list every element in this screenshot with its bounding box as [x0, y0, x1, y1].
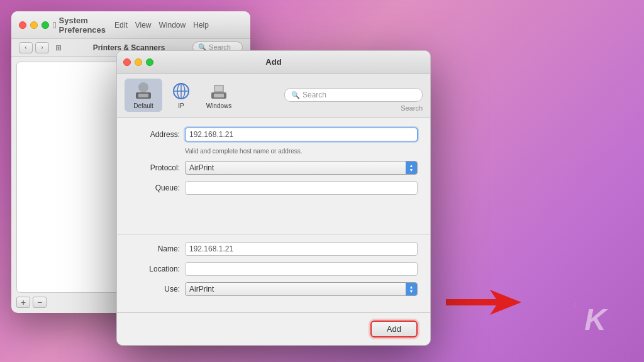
dialog-traffic-lights [123, 58, 153, 66]
name-input[interactable] [185, 242, 418, 256]
svg-point-1 [138, 82, 148, 92]
apple-icon:  [53, 19, 56, 30]
protocol-select-arrows: ▲ ▼ [406, 162, 417, 174]
svg-rect-3 [138, 94, 148, 97]
watermark-dots: ·: [572, 302, 576, 309]
grid-icon[interactable]: ⊞ [52, 42, 65, 53]
form-spacer [130, 201, 418, 226]
watermark-letter: K [584, 302, 606, 337]
sys-pref-titlebar:  System Preferences Edit View Window He… [11, 11, 250, 39]
traffic-lights-group [19, 21, 49, 29]
use-select-arrows: ▲ ▼ [406, 283, 417, 295]
use-up-arrow-icon: ▲ [409, 285, 414, 289]
ip-label: IP [178, 102, 184, 109]
maximize-button[interactable] [42, 21, 49, 29]
use-value: AirPrint [189, 285, 214, 293]
add-button[interactable]: Add [370, 321, 418, 337]
down-arrow-icon: ▼ [409, 168, 414, 172]
dialog-search-input[interactable]: 🔍 Search [284, 88, 423, 102]
toolbar-default[interactable]: Default [125, 79, 162, 112]
protocol-select[interactable]: AirPrint ▲ ▼ [185, 161, 418, 175]
app-title: System Preferences [59, 16, 106, 35]
up-arrow-icon: ▲ [409, 163, 414, 168]
queue-input[interactable] [185, 181, 418, 195]
svg-marker-0 [446, 290, 521, 315]
windows-label: Windows [206, 102, 232, 109]
dialog-search-area: 🔍 Search Search [238, 88, 423, 112]
use-select[interactable]: AirPrint ▲ ▼ [185, 282, 418, 296]
protocol-value: AirPrint [189, 163, 214, 172]
location-input[interactable] [185, 262, 418, 276]
protocol-row: Protocol: AirPrint ▲ ▼ [130, 161, 418, 175]
back-button[interactable]: ‹ [19, 42, 33, 53]
name-row: Name: [130, 242, 418, 256]
window-title-area:  System Preferences Edit View Window He… [53, 16, 209, 35]
red-arrow [446, 287, 521, 318]
minimize-button[interactable] [30, 21, 38, 29]
use-row: Use: AirPrint ▲ ▼ [130, 282, 418, 296]
close-button[interactable] [19, 21, 26, 29]
menu-view[interactable]: View [135, 21, 152, 30]
search-icon: 🔍 [291, 91, 300, 99]
use-down-arrow-icon: ▼ [409, 289, 414, 293]
dialog-maximize-button[interactable] [146, 58, 153, 66]
windows-printer-icon [209, 81, 229, 101]
menu-help[interactable]: Help [193, 21, 209, 30]
remove-printer-button[interactable]: − [33, 297, 47, 308]
search-placeholder: Search [303, 90, 326, 99]
queue-row: Queue: [130, 181, 418, 195]
dialog-minimize-button[interactable] [135, 58, 142, 66]
default-label: Default [133, 102, 153, 109]
toolbar-ip[interactable]: IP [162, 79, 200, 112]
address-row: Address: [130, 128, 418, 141]
address-input[interactable] [185, 128, 418, 141]
dialog-titlebar: Add [117, 51, 430, 74]
form-divider [117, 234, 430, 234]
ip-icon [171, 81, 191, 101]
dialog-form: Address: Valid and complete host name or… [117, 118, 430, 312]
address-label: Address: [130, 130, 180, 139]
default-printer-icon [133, 81, 153, 101]
queue-label: Queue: [130, 184, 180, 192]
location-row: Location: [130, 262, 418, 276]
use-label: Use: [130, 285, 180, 293]
add-printer-button[interactable]: + [16, 297, 30, 308]
dialog-close-button[interactable] [123, 58, 131, 66]
toolbar-windows[interactable]: Windows [200, 79, 238, 112]
location-label: Location: [130, 265, 180, 273]
svg-rect-9 [214, 94, 224, 97]
add-printer-dialog: Add Default [116, 50, 431, 346]
address-hint: Valid and complete host name or address. [185, 148, 418, 155]
dialog-toolbar: Default IP [117, 74, 430, 118]
svg-rect-11 [215, 86, 223, 91]
search-column-label: Search [401, 104, 423, 112]
dialog-footer: Add [117, 312, 430, 345]
dialog-title: Add [265, 57, 281, 67]
name-label: Name: [130, 244, 180, 253]
forward-button[interactable]: › [35, 42, 49, 53]
menu-window[interactable]: Window [159, 21, 186, 30]
protocol-label: Protocol: [130, 163, 180, 172]
menu-edit[interactable]: Edit [114, 21, 128, 30]
